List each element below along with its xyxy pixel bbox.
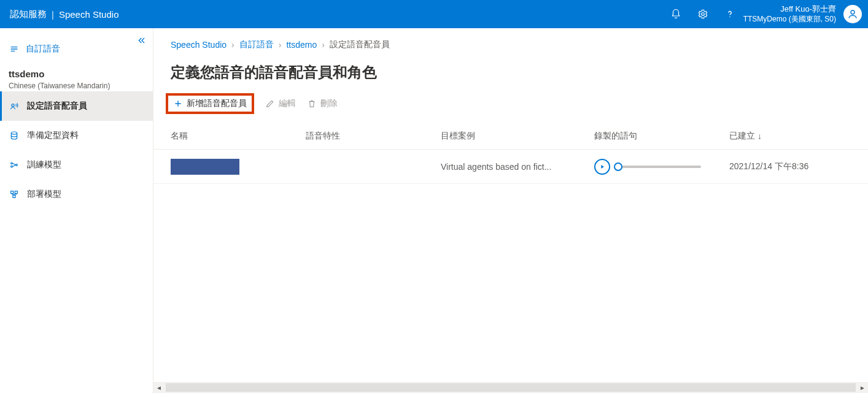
account-subscription: TTSMyDemo (美國東部, S0) [743,15,836,24]
horizontal-scrollbar[interactable]: ◄ ► [153,382,868,393]
col-target-case[interactable]: 目標案例 [441,131,594,142]
avatar[interactable] [843,5,862,23]
cell-name [171,159,306,175]
account-block[interactable]: Jeff Kuo-郭士齊 TTSMyDemo (美國東部, S0) [743,4,840,23]
table-header: 名稱 語音特性 目標案例 錄製的語句 已建立 ↓ [153,123,868,150]
svg-point-0 [701,13,704,16]
delete-button-label: 刪除 [320,98,338,109]
svg-rect-8 [11,191,14,194]
edit-button-label: 編輯 [279,98,296,109]
cell-target-case: Virtual agents based on fict... [441,162,594,172]
crumb-ttsdemo[interactable]: ttsdemo [286,40,317,50]
sidebar-item-voice-talent[interactable]: 設定語音配音員 [0,91,153,121]
svg-point-1 [729,17,730,18]
col-recorded[interactable]: 錄製的語句 [594,131,729,142]
sidebar-item-label: 部署模型 [27,189,61,200]
brand-divider: | [52,9,54,20]
speaker-icon [9,101,20,111]
svg-point-5 [11,162,13,164]
crumb-custom-voice[interactable]: 自訂語音 [239,39,274,50]
collapse-sidebar-button[interactable] [137,36,147,45]
top-bar: 認知服務 | Speech Studio Jeff Kuo-郭士齊 TTSMyD… [0,0,868,28]
chevron-right-icon: › [322,40,325,50]
play-button[interactable] [594,159,610,175]
trash-icon [307,99,317,109]
edit-button: 編輯 [265,98,296,109]
brand-product[interactable]: Speech Studio [59,9,119,20]
scroll-track[interactable] [166,383,856,392]
person-icon [847,9,858,20]
account-name: Jeff Kuo-郭士齊 [743,4,836,14]
sidebar-project-name: ttsdemo [9,69,144,79]
sidebar-top-link-label: 自訂語音 [26,44,60,55]
help-icon[interactable] [716,0,743,28]
chevron-double-left-icon [137,36,147,45]
svg-point-6 [11,166,13,167]
col-created[interactable]: 已建立 ↓ [729,131,851,142]
sidebar-top-link-custom-voice[interactable]: 自訂語音 [0,36,153,63]
list-icon [9,44,20,54]
content-area: Speech Studio › 自訂語音 › ttsdemo › 設定語音配音員… [153,28,868,393]
add-voice-talent-button[interactable]: 新增語音配音員 [173,98,247,109]
svg-rect-10 [13,195,15,197]
chevron-right-icon: › [231,40,234,50]
voice-talent-table: 名稱 語音特性 目標案例 錄製的語句 已建立 ↓ Virtual agents … [153,123,868,184]
sidebar-item-label: 訓練模型 [27,159,61,170]
database-icon [9,131,20,140]
redacted-name-block [171,159,239,175]
sidebar-item-train-model[interactable]: 訓練模型 [0,150,153,180]
svg-point-7 [16,164,18,166]
brain-icon [9,160,20,170]
annotation-highlight: 新增語音配音員 [166,93,254,114]
svg-point-3 [12,104,14,107]
sidebar-project-header: ttsdemo Chinese (Taiwanese Mandarin) [0,63,153,91]
svg-rect-9 [15,191,17,194]
crumb-speech-studio[interactable]: Speech Studio [171,40,227,50]
cell-created: 2021/12/14 下午8:36 [729,161,851,172]
sort-desc-icon: ↓ [758,131,762,141]
svg-point-4 [11,132,17,134]
sidebar-item-label: 準備定型資料 [27,130,79,141]
slider-knob[interactable] [614,162,622,171]
breadcrumb: Speech Studio › 自訂語音 › ttsdemo › 設定語音配音員 [153,28,868,55]
audio-slider[interactable] [615,166,701,168]
delete-button: 刪除 [307,98,338,109]
scroll-left-arrow-icon[interactable]: ◄ [153,384,165,391]
deploy-icon [9,189,20,199]
col-voice-characteristics[interactable]: 語音特性 [306,131,441,142]
sidebar-item-deploy-model[interactable]: 部署模型 [0,180,153,209]
play-icon [599,164,605,170]
brand-service[interactable]: 認知服務 [10,9,47,20]
col-name[interactable]: 名稱 [171,131,306,142]
add-button-label: 新增語音配音員 [187,98,247,109]
brand: 認知服務 | Speech Studio [10,9,118,20]
scroll-right-arrow-icon[interactable]: ► [857,384,868,391]
settings-icon[interactable] [689,0,716,28]
pencil-icon [265,99,275,109]
sidebar: 自訂語音 ttsdemo Chinese (Taiwanese Mandarin… [0,28,153,393]
sidebar-item-prepare-data[interactable]: 準備定型資料 [0,121,153,150]
toolbar: 新增語音配音員 編輯 刪除 [153,93,868,123]
page-title: 定義您語音的語音配音員和角色 [153,55,868,93]
chevron-right-icon: › [279,40,282,50]
svg-point-2 [851,10,854,14]
plus-icon [173,99,183,109]
sidebar-project-language: Chinese (Taiwanese Mandarin) [9,82,144,90]
crumb-current: 設定語音配音員 [330,39,390,50]
table-row[interactable]: Virtual agents based on fict... 2021/12/… [153,150,868,184]
sidebar-item-label: 設定語音配音員 [27,101,87,112]
cell-recorded [594,159,729,175]
notifications-icon[interactable] [662,0,689,28]
